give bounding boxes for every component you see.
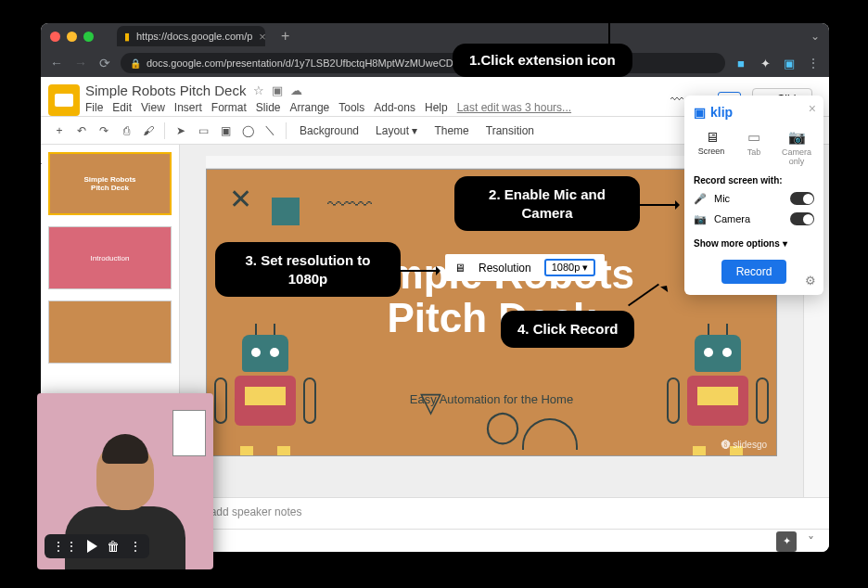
klip-logo: ▣ klip <box>694 105 814 120</box>
revision-link[interactable]: Last edit was 3 hours... <box>457 101 571 114</box>
url-text: docs.google.com/presentation/d/1y7LSB2Uf… <box>147 58 488 69</box>
resolution-bar: 🖥 Resolution 1080p ▾ <box>445 254 605 281</box>
camera-icon: 📷 <box>694 213 707 225</box>
settings-gear-icon[interactable]: ⚙ <box>805 274 816 288</box>
slide-thumb-1[interactable]: 1 Simple Robots Pitch Deck <box>48 152 172 215</box>
delete-icon[interactable]: 🗑 <box>107 539 120 554</box>
resolution-label: Resolution <box>479 262 531 275</box>
menu-slide[interactable]: Slide <box>256 101 281 114</box>
slide-thumb-3[interactable]: 3 <box>48 300 172 364</box>
slide-credits: 🅢 slidesgo <box>721 440 767 450</box>
mic-toggle-row: 🎤 Mic <box>694 192 814 205</box>
maximize-window-icon[interactable] <box>83 32 94 42</box>
robot-illustration-right <box>676 335 760 446</box>
camera-toggle[interactable] <box>790 212 814 225</box>
tab-icon: ▭ <box>736 129 772 146</box>
screen-icon: 🖥 <box>694 129 729 145</box>
tab-overflow-icon[interactable]: ⌄ <box>811 30 820 43</box>
layout-button[interactable]: Layout ▾ <box>369 121 424 140</box>
transition-button[interactable]: Transition <box>479 121 541 140</box>
play-icon[interactable] <box>87 540 97 553</box>
close-window-icon[interactable] <box>50 32 60 42</box>
camera-icon: ▣ <box>694 105 706 120</box>
url-field[interactable]: 🔒 docs.google.com/presentation/d/1y7LSB2… <box>121 53 725 73</box>
popup-tab-camera[interactable]: 📷Camera only <box>779 129 814 166</box>
redo-icon[interactable]: ↷ <box>95 124 113 137</box>
chrome-menu-icon[interactable]: ⋮ <box>805 56 822 70</box>
image-icon[interactable]: ▣ <box>216 124 235 137</box>
popup-section-label: Record screen with: <box>694 175 814 185</box>
mic-icon: 🎤 <box>694 193 707 205</box>
resolution-select[interactable]: 1080p ▾ <box>544 259 596 276</box>
show-more-options[interactable]: Show more options ▾ <box>694 238 787 249</box>
tab-title: https://docs.google.com/p <box>136 31 252 42</box>
pointer-icon[interactable]: ➤ <box>172 124 190 137</box>
slide-thumb-2[interactable]: 2 Introduction <box>48 226 172 289</box>
menu-edit[interactable]: Edit <box>112 101 132 114</box>
expand-icon[interactable]: ˅ <box>802 534 820 549</box>
mic-toggle[interactable] <box>790 192 814 205</box>
robot-illustration-left <box>223 335 307 446</box>
menu-file[interactable]: File <box>85 101 103 114</box>
menu-tools[interactable]: Tools <box>338 101 364 114</box>
reload-icon[interactable]: ⟳ <box>96 56 113 70</box>
theme-button[interactable]: Theme <box>428 121 475 140</box>
star-icon[interactable]: ☆ <box>253 83 264 97</box>
minimize-window-icon[interactable] <box>67 32 77 42</box>
monitor-icon: 🖥 <box>454 262 466 275</box>
klip-extension-popup: × ▣ klip 🖥Screen ▭Tab 📷Camera only Recor… <box>684 96 823 295</box>
recorder-controls: ⋮⋮ 🗑 ⋮ <box>45 534 149 558</box>
menu-format[interactable]: Format <box>211 101 247 114</box>
menu-arrange[interactable]: Arrange <box>290 101 330 114</box>
menu-bar: File Edit View Insert Format Slide Arran… <box>85 101 665 114</box>
doc-title[interactable]: Simple Robots Pitch Deck <box>85 83 246 98</box>
callout-3: 3. Set resolution to 1080p <box>215 242 401 297</box>
trend-icon[interactable]: 〰 <box>670 92 683 107</box>
browser-tab[interactable]: ▮ https://docs.google.com/p × <box>117 26 265 46</box>
paint-format-icon[interactable]: 🖌 <box>139 124 158 137</box>
menu-addons[interactable]: Add-ons <box>374 101 415 114</box>
new-tab-button[interactable]: + <box>281 28 289 45</box>
camera-only-icon: 📷 <box>779 129 814 146</box>
undo-icon[interactable]: ↶ <box>72 124 91 137</box>
slide-subtitle: Easy Automation for the Home <box>410 392 573 406</box>
popup-tab-tab[interactable]: ▭Tab <box>736 129 772 166</box>
back-icon[interactable]: ← <box>48 56 65 70</box>
menu-help[interactable]: Help <box>425 101 448 114</box>
extensions-menu-icon[interactable]: ✦ <box>757 55 773 71</box>
popup-close-icon[interactable]: × <box>809 101 816 116</box>
close-tab-icon[interactable]: × <box>259 30 266 44</box>
shape-icon[interactable]: ◯ <box>238 124 257 137</box>
extension-camera-icon[interactable]: ▣ <box>781 55 798 71</box>
move-icon[interactable]: ▣ <box>272 83 283 97</box>
new-slide-icon[interactable]: + <box>50 124 69 137</box>
textbox-icon[interactable]: ▭ <box>194 124 212 137</box>
menu-insert[interactable]: Insert <box>174 101 202 114</box>
lock-icon: 🔒 <box>130 58 141 69</box>
callout-1: 1.Click extension icon <box>453 44 632 77</box>
extension-klip-icon[interactable]: ■ <box>733 55 749 71</box>
callout-4: 4. Click Record <box>501 311 634 348</box>
cloud-status-icon[interactable]: ☁ <box>290 83 302 97</box>
slides-logo-icon[interactable] <box>48 84 80 116</box>
camera-toggle-row: 📷 Camera <box>694 212 814 225</box>
print-icon[interactable]: ⎙ <box>117 124 135 137</box>
line-icon[interactable]: ＼ <box>261 122 279 138</box>
address-bar: ← → ⟳ 🔒 docs.google.com/presentation/d/1… <box>41 49 829 77</box>
background-button[interactable]: Background <box>293 121 365 140</box>
menu-view[interactable]: View <box>141 101 165 114</box>
record-button[interactable]: Record <box>721 260 787 284</box>
callout-2: 2. Enable Mic and Camera <box>454 176 640 231</box>
popup-tab-screen[interactable]: 🖥Screen <box>694 129 729 166</box>
explore-button[interactable]: ✦ <box>776 531 797 552</box>
rec-more-icon[interactable]: ⋮ <box>129 539 142 554</box>
rec-menu-icon[interactable]: ⋮⋮ <box>52 539 78 554</box>
titlebar: ▮ https://docs.google.com/p × + ⌄ <box>41 23 829 49</box>
forward-icon[interactable]: → <box>72 56 89 70</box>
